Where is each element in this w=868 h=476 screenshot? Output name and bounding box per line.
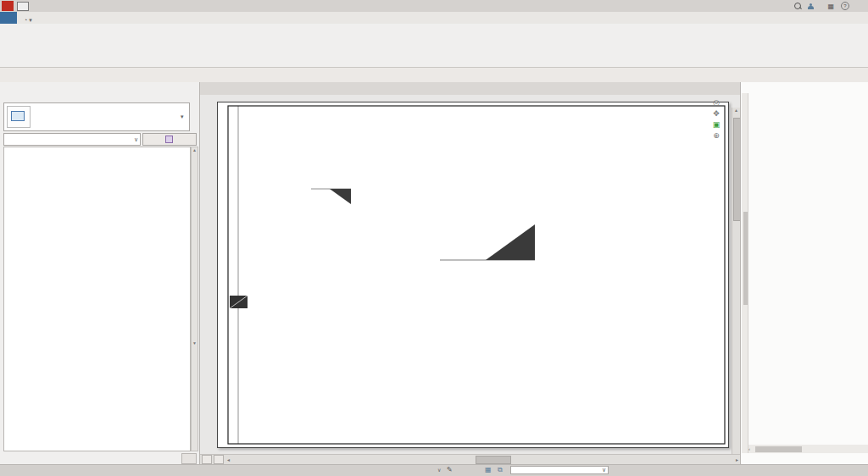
quick-access-toolbar <box>0 68 868 83</box>
browser-hscroll-thumb[interactable] <box>755 446 802 452</box>
browser-vertical-scrollbar[interactable] <box>742 93 748 453</box>
apply-button[interactable] <box>181 453 197 464</box>
zoom-icon[interactable]: ⊕ <box>713 131 720 140</box>
links-icon[interactable]: ⧉ <box>498 466 503 474</box>
steering-wheel-icon[interactable]: ◎ <box>713 98 720 107</box>
slab-wedge-small <box>330 189 351 204</box>
chevron-down-icon: ∨ <box>132 136 140 143</box>
home-view-icon[interactable]: ▣ <box>713 120 721 129</box>
app-store-icon[interactable]: ▦ <box>827 3 834 10</box>
selector-row: ∨ <box>3 133 197 146</box>
browser-horizontal-scrollbar[interactable]: ‹ <box>748 445 868 453</box>
workset-select[interactable]: ∨ <box>510 466 609 474</box>
reveal-icon[interactable] <box>214 455 224 464</box>
revit-logo[interactable] <box>2 1 14 11</box>
chevron-down-icon[interactable]: ▾ <box>181 113 189 120</box>
sheet[interactable] <box>217 102 729 448</box>
browser-tree <box>748 93 868 443</box>
vertical-scrollbar[interactable]: ▲ ▼ <box>732 108 740 454</box>
edit-type-button[interactable] <box>142 133 197 146</box>
horizontal-scrollbar-thumb[interactable] <box>476 456 511 464</box>
view-control-icon[interactable] <box>202 455 212 464</box>
properties-panel: ▾ ∨ ▲▼ <box>0 82 200 464</box>
sheet-type-icon <box>7 106 31 128</box>
horizontal-scrollbar[interactable]: ◂ ▸ <box>200 454 740 464</box>
browser-scrollbar-thumb[interactable] <box>743 212 748 305</box>
window-icon <box>17 2 29 11</box>
pan-icon[interactable]: ✥ <box>713 109 720 118</box>
sheet-drawing <box>218 102 728 447</box>
drawing-viewport[interactable]: ◎ ✥ ▣ ⊕ ▲ ▼ <box>200 95 740 454</box>
type-selector[interactable]: ▾ <box>3 102 190 131</box>
ribbon-tab-bar: ◔ ▾ <box>0 12 868 24</box>
editable-only-icon[interactable]: ✎ <box>447 466 453 473</box>
title-bar: ▦ ? <box>0 0 868 12</box>
ribbon <box>0 24 868 68</box>
drawing-canvas-area: ◎ ✥ ▣ ⊕ ▲ ▼ ◂ ▸ <box>200 82 740 464</box>
chevron-down-icon[interactable]: ∨ <box>437 467 441 473</box>
project-browser-title <box>743 84 867 93</box>
search-icon[interactable] <box>794 3 801 9</box>
project-browser: ‹ <box>740 82 868 464</box>
worksets-icon[interactable]: ▦ <box>485 466 492 473</box>
properties-title <box>3 89 197 100</box>
navigation-bar: ◎ ✥ ▣ ⊕ <box>709 98 723 166</box>
status-bar <box>0 464 868 476</box>
property-grid <box>3 147 191 451</box>
element-selector-combo[interactable]: ∨ <box>3 133 141 146</box>
ribbon-options-icon[interactable]: ◔ ▾ <box>24 17 32 24</box>
file-tab[interactable] <box>0 12 17 24</box>
account-icon[interactable] <box>808 3 814 9</box>
view-tab-bar <box>200 82 740 95</box>
slab-wedge-large <box>486 224 535 260</box>
properties-header <box>3 89 197 100</box>
edit-type-icon <box>165 136 173 143</box>
vertical-scrollbar-thumb[interactable] <box>733 118 740 221</box>
properties-scrollbar[interactable]: ▲▼ <box>191 147 198 451</box>
revit-window: ▦ ? ◔ ▾ ▾ ∨ <box>0 0 868 476</box>
help-icon[interactable]: ? <box>841 2 849 10</box>
properties-footer <box>0 452 200 464</box>
